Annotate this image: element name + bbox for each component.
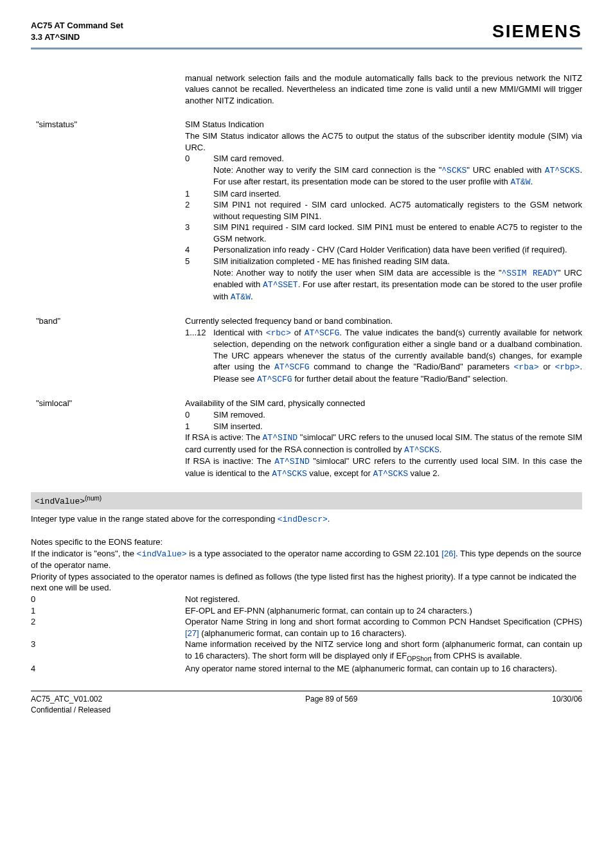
list-item: 2 SIM PIN1 not required - SIM card unloc… <box>185 199 582 222</box>
link-rba[interactable]: <rba> <box>514 362 539 372</box>
footer-rule <box>31 691 582 691</box>
link-atw[interactable]: AT&W <box>231 292 251 302</box>
page-header: AC75 AT Command Set 3.3 AT^SIND SIEMENS <box>31 19 582 48</box>
doc-title-block: AC75 AT Command Set 3.3 AT^SIND <box>31 20 123 42</box>
item-text: Personalization info ready - CHV (Card H… <box>213 244 582 256</box>
ref-26[interactable]: [26] <box>441 549 456 558</box>
intro-paragraph: manual network selection fails and the m… <box>185 73 582 107</box>
section-band: "band" Currently selected frequency band… <box>31 315 582 385</box>
list-item: 1...12 Identical with <rbc> of AT^SCFG. … <box>185 327 582 385</box>
row-text: EF-OPL and EF-PNN (alphanumeric format, … <box>185 605 582 617</box>
lead-para: Currently selected frequency band or ban… <box>185 315 582 327</box>
list-item: 0 SIM card removed. Note: Another way to… <box>185 153 582 188</box>
row-num: 0 <box>31 594 185 605</box>
item-number: 2 <box>185 199 213 222</box>
row-num: 4 <box>31 663 185 675</box>
section-body: Availability of the SIM card, physically… <box>185 398 582 479</box>
ref-27[interactable]: [27] <box>185 628 199 638</box>
link-rbc[interactable]: <rbc> <box>266 328 291 338</box>
item-text: Identical with <rbc> of AT^SCFG. The val… <box>213 327 582 385</box>
item-number: 5 <box>185 256 213 303</box>
trailing-para: If RSA is inactive: The AT^SIND "simloca… <box>185 456 582 479</box>
item-number: 3 <box>185 222 213 244</box>
table-row: 0 Not registered. <box>31 594 582 605</box>
list-item: 5 SIM initialization completed - ME has … <box>185 256 582 303</box>
link-atscks[interactable]: AT^SCKS <box>404 445 440 455</box>
link-atscks[interactable]: AT^SCKS <box>545 166 580 175</box>
eons-line2: Priority of types associated to the oper… <box>31 571 582 594</box>
link-atscks[interactable]: AT^SCKS <box>373 469 408 479</box>
table-row: 1 EF-OPL and EF-PNN (alphanumeric format… <box>31 605 582 617</box>
table-row: 4 Any operator name stored internal to t… <box>31 663 582 675</box>
link-atscks[interactable]: AT^SCKS <box>272 469 307 479</box>
item-number: 1...12 <box>185 327 213 385</box>
item-text: SIM initialization completed - ME has fi… <box>213 256 582 303</box>
item-number: 1 <box>185 188 213 200</box>
link-atscfg[interactable]: AT^SCFG <box>257 375 292 384</box>
trailing-para: If RSA is active: The AT^SIND "simlocal"… <box>185 432 582 456</box>
param-desc: Integer type value in the range stated a… <box>31 513 582 526</box>
eons-table: 0 Not registered. 1 EF-OPL and EF-PNN (a… <box>31 594 582 674</box>
link-atsset[interactable]: AT^SSET <box>263 280 298 290</box>
row-num: 2 <box>31 616 185 639</box>
section-body: Currently selected frequency band or ban… <box>185 315 582 385</box>
link-atscfg[interactable]: AT^SCFG <box>274 362 310 372</box>
list-item: 1 SIM inserted. <box>185 421 582 432</box>
section-key: "band" <box>31 315 185 385</box>
item-text: SIM card inserted. <box>213 188 582 200</box>
row-num: 3 <box>31 639 185 663</box>
eons-heading: Notes specific to the EONS feature: <box>31 536 582 548</box>
section-key: "simlocal" <box>31 398 185 479</box>
footer-right: 10/30/06 <box>552 694 582 714</box>
lead-para: Availability of the SIM card, physically… <box>185 398 582 409</box>
page-footer: AC75_ATC_V01.002 Confidential / Released… <box>31 694 582 714</box>
eons-line1: If the indicator is "eons", the <indValu… <box>31 548 582 571</box>
row-text: Operator Name String in long and short f… <box>185 616 582 639</box>
item-number: 1 <box>185 421 213 432</box>
list-item: 0 SIM removed. <box>185 409 582 421</box>
section-simlocal: "simlocal" Availability of the SIM card,… <box>31 398 582 479</box>
footer-center: Page 89 of 569 <box>305 694 357 714</box>
subscript: OPShort <box>407 655 431 662</box>
param-sup: (num) <box>85 495 102 502</box>
lead-para: The SIM Status indicator allows the AC75… <box>185 130 582 153</box>
row-text: Not registered. <box>185 594 582 605</box>
section-body: SIM Status Indication The SIM Status ind… <box>185 119 582 303</box>
item-text: SIM removed. <box>213 409 582 421</box>
lead-para: SIM Status Indication <box>185 119 582 130</box>
row-text: Name information received by the NITZ se… <box>185 639 582 663</box>
param-heading: <indValue>(num) <box>31 492 582 509</box>
list-item: 3 SIM PIN1 required - SIM card locked. S… <box>185 222 582 244</box>
row-text: Any operator name stored internal to the… <box>185 663 582 675</box>
link-scks[interactable]: ^SCKS <box>441 166 466 175</box>
item-text: SIM inserted. <box>213 421 582 432</box>
intro-text: manual network selection fails and the m… <box>185 73 582 107</box>
doc-title: AC75 AT Command Set <box>31 20 123 31</box>
row-num: 1 <box>31 605 185 617</box>
item-number: 0 <box>185 153 213 188</box>
table-row: 3 Name information received by the NITZ … <box>31 639 582 663</box>
link-rbp[interactable]: <rbp> <box>555 362 580 372</box>
link-atscfg[interactable]: AT^SCFG <box>305 328 340 338</box>
item-number: 0 <box>185 409 213 421</box>
item-text: SIM PIN1 required - SIM card locked. SIM… <box>213 222 582 244</box>
link-indvalue[interactable]: <indValue> <box>137 549 187 559</box>
table-row: 2 Operator Name String in long and short… <box>31 616 582 639</box>
item-text: SIM card removed. Note: Another way to v… <box>213 153 582 188</box>
brand-logo: SIEMENS <box>492 19 582 44</box>
header-rule <box>31 48 582 49</box>
item-number: 4 <box>185 244 213 256</box>
item-text: SIM PIN1 not required - SIM card unlocke… <box>213 199 582 222</box>
list-item: 1 SIM card inserted. <box>185 188 582 200</box>
list-item: 4 Personalization info ready - CHV (Card… <box>185 244 582 256</box>
link-atsind[interactable]: AT^SIND <box>263 433 298 443</box>
link-atsind[interactable]: AT^SIND <box>274 457 310 466</box>
param-name: <indValue> <box>35 497 85 507</box>
link-ssimready[interactable]: ^SSIM READY <box>502 269 558 278</box>
footer-left: AC75_ATC_V01.002 Confidential / Released <box>31 694 111 714</box>
section-simstatus: "simstatus" SIM Status Indication The SI… <box>31 119 582 303</box>
link-inddescr[interactable]: <indDescr> <box>278 515 328 524</box>
doc-section: 3.3 AT^SIND <box>31 31 123 43</box>
link-atw[interactable]: AT&W <box>510 177 530 187</box>
section-key: "simstatus" <box>31 119 185 303</box>
